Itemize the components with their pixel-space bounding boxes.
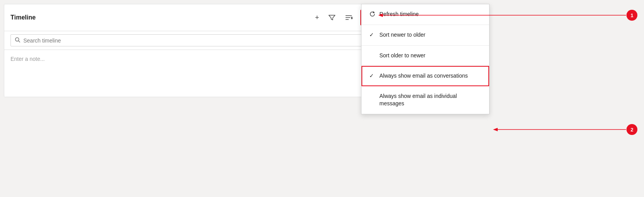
- search-bar: [4, 31, 381, 50]
- note-area: Enter a note...: [4, 50, 381, 97]
- add-button[interactable]: +: [313, 12, 321, 23]
- sort-order-button[interactable]: [343, 12, 354, 23]
- menu-item-sort-newer-text: Sort newer to older: [379, 31, 481, 39]
- note-placeholder: Enter a note...: [11, 56, 45, 62]
- search-input[interactable]: [23, 37, 370, 44]
- menu-item-show-conversations-text: Always show email as conversations: [379, 72, 481, 80]
- menu-item-show-individual-text: Always show email as individual messages: [379, 92, 481, 108]
- menu-item-refresh[interactable]: Refresh timeline: [361, 4, 489, 25]
- show-conversations-check: ✓: [369, 73, 376, 79]
- menu-item-refresh-text: Refresh timeline: [379, 11, 481, 18]
- filter-button[interactable]: [327, 12, 337, 23]
- menu-item-sort-older-text: Sort older to newer: [379, 52, 481, 60]
- menu-item-sort-older[interactable]: Sort older to newer: [361, 46, 489, 66]
- sort-icon: [345, 14, 353, 21]
- svg-line-5: [19, 41, 20, 43]
- annotation-2: 2: [626, 124, 637, 135]
- search-input-wrap: [11, 34, 375, 46]
- refresh-check-icon: [369, 11, 376, 18]
- search-icon: [15, 37, 20, 44]
- timeline-panel: Timeline + ⋮: [4, 4, 381, 97]
- menu-item-show-individual[interactable]: Always show email as individual messages: [361, 86, 489, 114]
- timeline-title: Timeline: [11, 14, 36, 21]
- timeline-header: Timeline + ⋮: [4, 4, 381, 31]
- menu-item-sort-newer[interactable]: ✓ Sort newer to older: [361, 25, 489, 46]
- annotation-1: 1: [626, 10, 637, 21]
- menu-item-show-conversations[interactable]: ✓ Always show email as conversations: [361, 66, 489, 86]
- dropdown-menu: Refresh timeline ✓ Sort newer to older S…: [361, 4, 490, 114]
- filter-icon: [328, 14, 335, 21]
- sort-newer-check: ✓: [369, 32, 376, 38]
